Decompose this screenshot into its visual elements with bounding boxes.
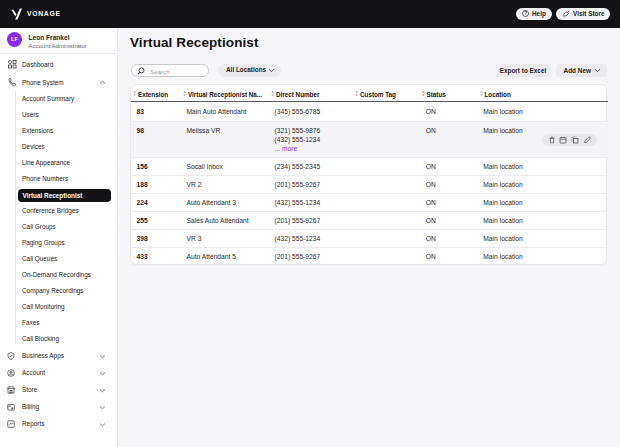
svg-text:?: ? xyxy=(524,11,527,16)
